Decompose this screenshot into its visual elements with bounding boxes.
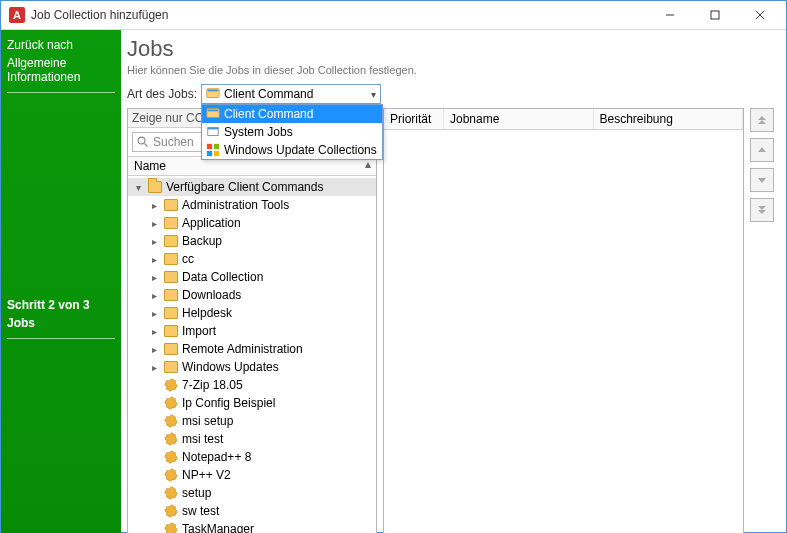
folder-icon (164, 253, 178, 265)
puzzle-icon (164, 414, 178, 428)
expand-icon[interactable]: ▸ (148, 326, 160, 337)
svg-point-14 (138, 137, 145, 144)
system-jobs-icon (206, 125, 220, 139)
search-placeholder: Suchen (153, 135, 194, 149)
jobtype-value: Client Command (224, 87, 313, 101)
folder-icon (164, 271, 178, 283)
main-area: Jobs Hier können Sie die Jobs in dieser … (121, 30, 786, 533)
column-header-priority[interactable]: Priorität (384, 109, 444, 129)
svg-rect-1 (711, 11, 719, 19)
tree-label: setup (182, 486, 211, 500)
tree-item[interactable]: msi setup (128, 412, 376, 430)
expand-icon[interactable]: ▸ (148, 236, 160, 247)
tree-label: Application (182, 216, 241, 230)
tree-item[interactable]: 7-Zip 18.05 (128, 376, 376, 394)
tree-folder[interactable]: ▸Data Collection (128, 268, 376, 286)
sidebar-step-indicator: Schritt 2 von 3 (7, 296, 115, 314)
tree-label: TaskManager (182, 522, 254, 533)
panes: Zeige nur CCs Suchen Name ▴ ▾Verfügbare … (127, 108, 776, 533)
reorder-buttons (750, 108, 776, 533)
tree-label: Import (182, 324, 216, 338)
expand-icon[interactable]: ▸ (148, 200, 160, 211)
folder-icon (164, 199, 178, 211)
content: Zurück nach Allgemeine Informationen Sch… (1, 29, 786, 533)
folder-icon (164, 325, 178, 337)
tree-label: Windows Updates (182, 360, 279, 374)
tree-folder[interactable]: ▸Administration Tools (128, 196, 376, 214)
tree-root[interactable]: ▾Verfügbare Client Commands (128, 178, 376, 196)
column-header-jobname[interactable]: Jobname (444, 109, 594, 129)
tree-item[interactable]: Ip Config Beispiel (128, 394, 376, 412)
chevron-down-icon: ▾ (371, 89, 376, 100)
sidebar-step-current: Jobs (7, 314, 115, 332)
tree-folder[interactable]: ▸Windows Updates (128, 358, 376, 376)
tree-label: 7-Zip 18.05 (182, 378, 243, 392)
dialog-window: A Job Collection hinzufügen Zurück nach … (0, 0, 787, 533)
page-title: Jobs (127, 36, 776, 62)
search-icon (137, 136, 149, 148)
expand-icon[interactable]: ▸ (148, 254, 160, 265)
tree-label: msi setup (182, 414, 233, 428)
tree-folder[interactable]: ▸Downloads (128, 286, 376, 304)
folder-icon (164, 289, 178, 301)
folder-icon (164, 235, 178, 247)
expand-icon[interactable]: ▸ (148, 272, 160, 283)
tree-item[interactable]: TaskManager (128, 520, 376, 533)
tree-folder[interactable]: ▸Import (128, 322, 376, 340)
jobtype-dropdown: Client Command System Jobs Windows Updat… (201, 104, 383, 160)
move-down-button[interactable] (750, 168, 774, 192)
minimize-button[interactable] (647, 1, 692, 29)
dropdown-item-label: System Jobs (224, 125, 293, 139)
tree-item[interactable]: msi test (128, 430, 376, 448)
move-top-button[interactable] (750, 108, 774, 132)
tree-item[interactable]: setup (128, 484, 376, 502)
tree-folder[interactable]: ▸Helpdesk (128, 304, 376, 322)
tree-folder[interactable]: ▸Backup (128, 232, 376, 250)
svg-rect-13 (214, 151, 219, 156)
dropdown-item-windows-update[interactable]: Windows Update Collections (202, 141, 382, 159)
tree-label: Notepad++ 8 (182, 450, 251, 464)
table-body[interactable] (384, 130, 743, 533)
tree-item[interactable]: sw test (128, 502, 376, 520)
expand-icon[interactable]: ▸ (148, 344, 160, 355)
client-command-icon (206, 107, 220, 121)
table-header: Priorität Jobname Beschreibung (384, 109, 743, 130)
expand-icon[interactable]: ▸ (148, 290, 160, 301)
tree-label: Helpdesk (182, 306, 232, 320)
dropdown-item-client-command[interactable]: Client Command (202, 105, 382, 123)
tree-item[interactable]: Notepad++ 8 (128, 448, 376, 466)
puzzle-icon (164, 432, 178, 446)
tree-folder[interactable]: ▸Remote Administration (128, 340, 376, 358)
folder-icon (164, 217, 178, 229)
expand-icon[interactable]: ▾ (132, 182, 144, 193)
tree-label: Remote Administration (182, 342, 303, 356)
tree-item[interactable]: NP++ V2 (128, 466, 376, 484)
svg-rect-7 (208, 110, 219, 112)
puzzle-icon (164, 486, 178, 500)
jobtype-label: Art des Jobs: (127, 87, 197, 101)
sidebar-step-general[interactable]: Allgemeine Informationen (7, 54, 115, 86)
close-button[interactable] (737, 1, 782, 29)
jobtype-row: Art des Jobs: Client Command ▾ Client Co… (127, 84, 776, 104)
maximize-button[interactable] (692, 1, 737, 29)
tree-folder[interactable]: ▸cc (128, 250, 376, 268)
move-bottom-button[interactable] (750, 198, 774, 222)
tree-body[interactable]: ▾Verfügbare Client Commands ▸Administrat… (128, 176, 376, 533)
column-header-description[interactable]: Beschreibung (594, 109, 744, 129)
dropdown-item-system-jobs[interactable]: System Jobs (202, 123, 382, 141)
dropdown-item-label: Client Command (224, 107, 313, 121)
move-up-button[interactable] (750, 138, 774, 162)
svg-rect-12 (207, 151, 212, 156)
dropdown-item-label: Windows Update Collections (224, 143, 377, 157)
svg-rect-10 (207, 144, 212, 149)
tree-label: Verfügbare Client Commands (166, 180, 323, 194)
expand-icon[interactable]: ▸ (148, 218, 160, 229)
sidebar-back-label[interactable]: Zurück nach (7, 36, 115, 54)
tree-label: Administration Tools (182, 198, 289, 212)
expand-icon[interactable]: ▸ (148, 362, 160, 373)
folder-icon (164, 343, 178, 355)
expand-icon[interactable]: ▸ (148, 308, 160, 319)
tree-folder[interactable]: ▸Application (128, 214, 376, 232)
jobtype-combobox[interactable]: Client Command ▾ Client Command System J… (201, 84, 381, 104)
svg-line-15 (145, 144, 148, 147)
